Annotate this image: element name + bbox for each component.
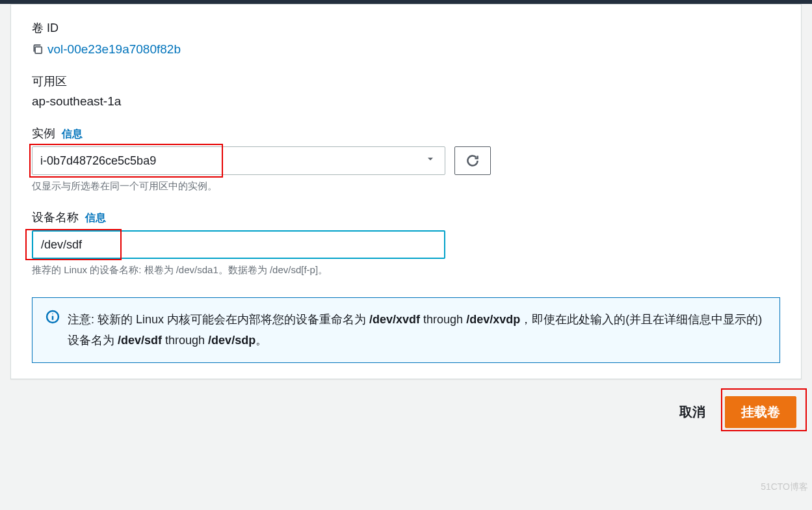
cancel-button[interactable]: 取消 (673, 398, 712, 426)
device-label: 设备名称 (32, 209, 79, 225)
copy-icon[interactable] (32, 44, 44, 55)
footer-actions: 取消 挂载卷 (0, 390, 812, 441)
availability-zone-value: ap-southeast-1a (32, 94, 780, 109)
instance-info-link[interactable]: 信息 (62, 128, 83, 141)
attach-volume-button[interactable]: 挂载卷 (725, 396, 796, 428)
svg-point-3 (52, 314, 53, 315)
availability-zone-field: 可用区 ap-southeast-1a (32, 74, 780, 109)
instance-label: 实例 (32, 126, 55, 141)
device-name-input[interactable] (32, 230, 445, 259)
chevron-down-icon (425, 154, 436, 168)
instance-helper-text: 仅显示与所选卷在同一个可用区中的实例。 (32, 180, 780, 193)
volume-id-row: vol-00e23e19a7080f82b (32, 42, 780, 57)
device-info-link[interactable]: 信息 (85, 211, 106, 225)
instance-select-value: i-0b7d48726ce5c5ba9 (40, 154, 156, 168)
volume-id-field: 卷 ID vol-00e23e19a7080f82b (32, 20, 780, 57)
instance-select[interactable]: i-0b7d48726ce5c5ba9 (32, 146, 445, 175)
refresh-button[interactable] (454, 146, 491, 175)
svg-rect-0 (35, 47, 42, 53)
device-helper-text: 推荐的 Linux 的设备名称: 根卷为 /dev/sda1。数据卷为 /dev… (32, 264, 780, 276)
info-alert-text: 注意: 较新的 Linux 内核可能会在内部将您的设备重命名为 /dev/xvd… (68, 310, 766, 351)
attach-volume-panel: 卷 ID vol-00e23e19a7080f82b 可用区 ap-southe… (10, 4, 802, 379)
device-field: 设备名称 信息 推荐的 Linux 的设备名称: 根卷为 /dev/sda1。数… (32, 209, 780, 276)
availability-zone-label: 可用区 (32, 74, 780, 89)
volume-id-link[interactable]: vol-00e23e19a7080f82b (47, 42, 181, 57)
instance-field: 实例 信息 i-0b7d48726ce5c5ba9 仅显示与所选卷在同 (32, 126, 780, 193)
info-icon (46, 310, 60, 327)
info-alert: 注意: 较新的 Linux 内核可能会在内部将您的设备重命名为 /dev/xvd… (32, 297, 780, 363)
volume-id-label: 卷 ID (32, 20, 780, 36)
